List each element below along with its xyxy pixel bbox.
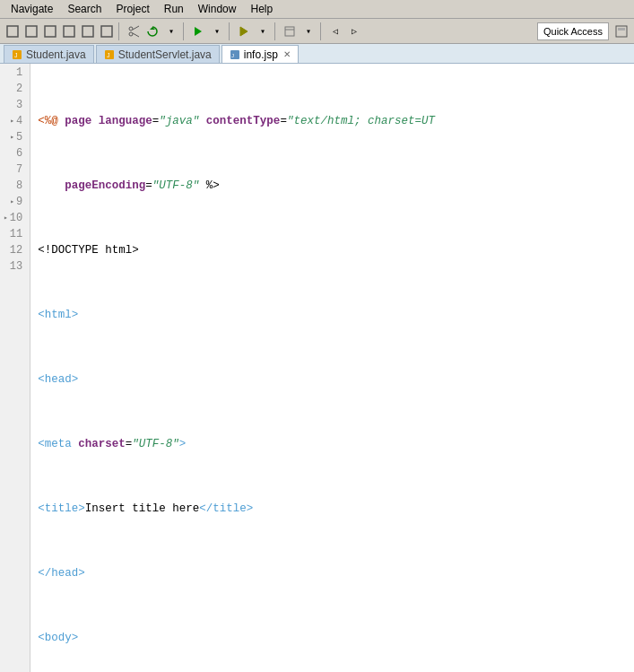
- code-area[interactable]: <%@ page language="java" contentType="te…: [30, 64, 634, 672]
- toolbar-back[interactable]: ◁: [326, 22, 344, 40]
- code-line-5: <head>: [38, 371, 634, 388]
- toolbar-perspective[interactable]: [612, 22, 630, 40]
- code-line-6: <meta charset="UTF-8">: [38, 436, 634, 452]
- menu-search[interactable]: Search: [60, 1, 109, 17]
- svg-rect-4: [83, 26, 93, 37]
- menu-project[interactable]: Project: [109, 1, 156, 17]
- tab-studentservlet-java[interactable]: J StudentServlet.java: [96, 45, 220, 63]
- toolbar-dropdown-2[interactable]: ▾: [208, 22, 226, 40]
- line-num-6: 6: [4, 145, 26, 161]
- code-line-3: <!DOCTYPE html>: [38, 242, 634, 258]
- line-num-10: ▸10: [4, 210, 26, 226]
- svg-rect-17: [618, 28, 625, 31]
- java-icon-1: J: [12, 49, 22, 60]
- svg-rect-3: [64, 26, 74, 37]
- code-line-2: pageEncoding="UTF-8" %>: [38, 178, 634, 194]
- line-num-1: 1: [4, 65, 26, 81]
- toolbar-refresh[interactable]: [143, 22, 161, 40]
- line-num-5: ▸5: [4, 129, 26, 145]
- tab-info-jsp[interactable]: J info.jsp ✕: [221, 45, 299, 63]
- svg-rect-0: [7, 26, 18, 37]
- line-num-7: 7: [4, 161, 26, 178]
- code-line-1: <%@ page language="java" contentType="te…: [38, 113, 634, 129]
- code-line-9: <body>: [38, 630, 634, 646]
- svg-text:J: J: [14, 52, 18, 58]
- tab-label-studentservlet: StudentServlet.java: [118, 48, 212, 61]
- line-num-9: ▸9: [4, 194, 26, 210]
- svg-text:J: J: [107, 52, 110, 58]
- toolbar-scissors[interactable]: [125, 22, 143, 40]
- svg-rect-14: [285, 27, 294, 36]
- java-icon-2: J: [104, 49, 115, 60]
- menu-run[interactable]: Run: [157, 1, 191, 17]
- code-line-4: <html>: [38, 307, 634, 323]
- editor: 1 2 3 ▸4 ▸5 6 7 8 ▸9 ▸10 11 12 13 <%@ pa…: [0, 64, 634, 672]
- toolbar-dropdown-1[interactable]: ▾: [162, 22, 180, 40]
- svg-rect-16: [616, 26, 627, 37]
- toolbar-btn-3[interactable]: [41, 22, 59, 40]
- toolbar-forward[interactable]: ▷: [345, 22, 363, 40]
- jsp-icon: J: [230, 49, 240, 60]
- toolbar-sep-1: [118, 22, 122, 40]
- quick-access-area: Quick Access: [537, 22, 630, 40]
- toolbar-dropdown-4[interactable]: ▾: [300, 22, 317, 40]
- line-numbers: 1 2 3 ▸4 ▸5 6 7 8 ▸9 ▸10 11 12 13: [0, 64, 30, 672]
- menubar: Navigate Search Project Run Window Help: [0, 0, 634, 19]
- toolbar-debug[interactable]: [235, 22, 253, 40]
- quick-access-label: Quick Access: [543, 26, 603, 37]
- toolbar-sep-5: [320, 22, 324, 40]
- toolbar-btn-1[interactable]: [4, 22, 22, 40]
- toolbar-btn-2[interactable]: [22, 22, 40, 40]
- toolbar-dropdown-3[interactable]: ▾: [254, 22, 272, 40]
- code-line-7: <title>Insert title here</title>: [38, 501, 634, 517]
- toolbar-btn-4[interactable]: [60, 22, 78, 40]
- editor-tabs: J Student.java J StudentServlet.java J i…: [0, 44, 634, 64]
- tab-label-info: info.jsp: [244, 48, 278, 61]
- svg-line-9: [133, 33, 139, 37]
- toolbar-sep-3: [229, 22, 232, 40]
- svg-marker-12: [240, 27, 248, 36]
- toolbar-extra-1[interactable]: [281, 22, 299, 40]
- menu-navigate[interactable]: Navigate: [4, 1, 60, 17]
- svg-point-6: [129, 27, 133, 31]
- toolbar-sep-4: [274, 22, 278, 40]
- line-num-3: 3: [4, 97, 26, 113]
- svg-line-8: [133, 26, 139, 30]
- line-num-4: ▸4: [4, 113, 26, 129]
- line-num-2: 2: [4, 81, 26, 97]
- tab-student-java[interactable]: J Student.java: [4, 45, 94, 63]
- svg-point-7: [129, 32, 133, 36]
- toolbar-btn-6[interactable]: [98, 22, 116, 40]
- line-num-13: 13: [4, 258, 26, 275]
- toolbar-sep-2: [183, 22, 187, 40]
- line-num-12: 12: [4, 242, 26, 258]
- menu-help[interactable]: Help: [243, 1, 280, 17]
- svg-text:J: J: [231, 53, 234, 58]
- svg-marker-11: [195, 27, 202, 36]
- svg-rect-1: [26, 26, 37, 37]
- code-line-8: </head>: [38, 565, 634, 581]
- tab-label-student: Student.java: [26, 48, 86, 61]
- svg-rect-5: [101, 26, 112, 37]
- line-num-11: 11: [4, 226, 26, 242]
- quick-access-box[interactable]: Quick Access: [537, 22, 609, 40]
- menu-window[interactable]: Window: [191, 1, 244, 17]
- toolbar-run[interactable]: [189, 22, 207, 40]
- svg-rect-2: [45, 26, 56, 37]
- toolbar-btn-5[interactable]: [79, 22, 97, 40]
- line-num-8: 8: [4, 178, 26, 194]
- toolbar: ▾ ▾ ▾ ▾ ◁ ▷ Quick Access: [0, 19, 634, 44]
- tab-close-info[interactable]: ✕: [283, 49, 291, 59]
